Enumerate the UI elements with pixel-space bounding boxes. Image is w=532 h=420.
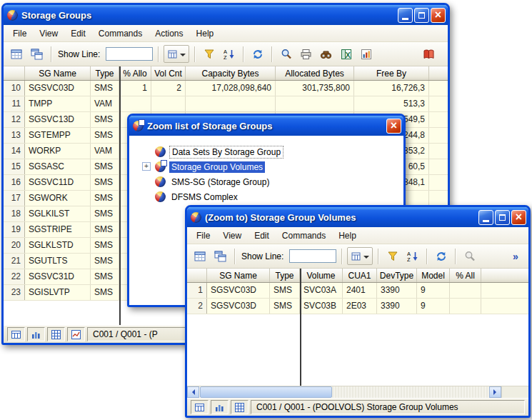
tree-item-label[interactable]: SMS-SG (Storage Group) (169, 176, 271, 188)
table-cell[interactable]: SMS (91, 81, 119, 96)
menu-edit[interactable]: Edit (248, 229, 276, 243)
table-cell[interactable]: 11 (4, 96, 25, 111)
table-cell[interactable]: SMS (91, 191, 119, 206)
column-header-sg-name[interactable]: SG Name (25, 66, 91, 80)
table-cell[interactable]: SGSVC11D (25, 175, 91, 190)
filter-icon[interactable] (383, 247, 401, 265)
table-cell[interactable]: 9 (417, 299, 450, 314)
column-header-allocated-bytes[interactable]: Allocated Bytes (276, 66, 354, 80)
table-cell[interactable]: 10 (4, 81, 25, 96)
horizontal-scrollbar[interactable] (187, 386, 528, 398)
display-options-button[interactable] (347, 247, 373, 265)
table-cell[interactable]: SGSVC13D (25, 112, 91, 127)
grid-view-icon[interactable] (8, 45, 26, 63)
column-header--all[interactable]: % All (450, 269, 481, 282)
tree-item[interactable]: Data Sets By Storage Group (141, 144, 401, 159)
menu-view[interactable]: View (33, 26, 64, 41)
tree-item-label[interactable]: Data Sets By Storage Group (169, 146, 283, 159)
column-header-rownum[interactable] (4, 66, 25, 80)
table-cell[interactable]: SGSASC (25, 159, 91, 174)
grid-view-icon[interactable] (191, 247, 209, 265)
table-cell[interactable]: 2401 (343, 283, 377, 298)
table-cell[interactable]: 3390 (377, 299, 417, 314)
table-cell[interactable]: SMS (91, 159, 119, 174)
table-cell[interactable]: 14 (4, 144, 25, 159)
table-cell[interactable]: 23 (4, 285, 25, 300)
table-cell[interactable]: 1 (187, 283, 207, 298)
table-cell[interactable]: SGWORK (25, 191, 91, 206)
table-cell[interactable]: 513,3 (354, 96, 429, 111)
table-cell[interactable]: 301,735,800 (276, 81, 354, 96)
close-button[interactable] (386, 119, 401, 134)
titlebar[interactable]: Storage Groups (4, 5, 448, 25)
sort-az-icon[interactable]: AZ (220, 45, 238, 63)
table-cell[interactable]: SMS (270, 283, 300, 298)
table-cell[interactable]: SMS (91, 254, 119, 269)
table-cell[interactable]: SVC03A (300, 283, 343, 298)
scroll-right-arrow-icon[interactable] (489, 386, 501, 398)
menu-commands[interactable]: Commands (276, 229, 332, 243)
toolbar-overflow-chevron-icon[interactable] (510, 251, 521, 262)
minimize-button[interactable] (478, 210, 493, 225)
table-cell[interactable]: 22 (4, 269, 25, 284)
column-header--allo[interactable]: % Allo (119, 66, 151, 80)
minimize-button[interactable] (398, 8, 413, 23)
menu-actions[interactable]: Actions (149, 26, 189, 41)
report-chart-icon[interactable] (357, 45, 375, 63)
column-header-cua1[interactable]: CUA1 (343, 269, 377, 282)
table-cell[interactable]: SMS (91, 128, 119, 143)
table-cell[interactable]: SGSVC03D (207, 283, 270, 298)
table-cell[interactable]: 2 (151, 81, 186, 96)
titlebar[interactable]: (Zoom to) Storage Group Volumes (187, 207, 528, 227)
mini-grid-icon[interactable] (231, 400, 249, 414)
zoom-icon[interactable] (461, 247, 478, 265)
table-cell[interactable]: 15 (4, 159, 25, 174)
expand-plus-icon[interactable] (142, 162, 151, 171)
table-cell[interactable]: SMS (91, 112, 119, 127)
table-cell[interactable]: VAM (91, 144, 119, 159)
table-cell[interactable]: 16 (4, 175, 25, 190)
table-row[interactable]: 1SGSVC03DSMSSVC03A240133909 (187, 283, 528, 299)
menu-commands[interactable]: Commands (92, 26, 149, 41)
table-cell[interactable] (186, 96, 276, 111)
table-cell[interactable]: 17,028,098,640 (186, 81, 276, 96)
tree-item-label[interactable]: DFSMS Complex (169, 191, 240, 203)
table-row[interactable]: 2SGSVC03DSMSSVC03B2E0333909 (187, 299, 528, 314)
find-icon[interactable] (317, 45, 335, 63)
filter-icon[interactable] (200, 45, 218, 63)
tree-item[interactable]: SMS-SG (Storage Group) (141, 174, 401, 189)
table-cell[interactable]: SGLKLSTD (25, 238, 91, 253)
table-cell[interactable]: SMS (91, 175, 119, 190)
mini-table-icon[interactable] (7, 327, 25, 341)
table-cell[interactable]: TMPP (25, 96, 91, 111)
table-cell[interactable]: SMS (91, 238, 119, 253)
zoom-icon[interactable] (277, 45, 295, 63)
table-cell[interactable]: VAM (91, 96, 119, 111)
menu-view[interactable]: View (216, 229, 248, 243)
table-cell[interactable]: 20 (4, 238, 25, 253)
table-cell[interactable]: 13 (4, 128, 25, 143)
table-cell[interactable]: SGUTLTS (25, 254, 91, 269)
copy-grid-icon[interactable] (28, 45, 46, 63)
mini-bar-chart-icon[interactable] (27, 327, 45, 341)
show-line-input[interactable] (289, 249, 336, 263)
table-cell[interactable]: 9 (417, 283, 450, 298)
table-cell[interactable]: SMS (91, 206, 119, 221)
mini-line-chart-icon[interactable] (67, 327, 85, 341)
table-cell[interactable]: SGTEMPP (25, 128, 91, 143)
table-cell[interactable] (276, 96, 354, 111)
table-cell[interactable]: SGLKILST (25, 206, 91, 221)
excel-export-icon[interactable]: X (337, 45, 355, 63)
column-header-capacity-bytes[interactable]: Capacity Bytes (186, 66, 276, 80)
maximize-button[interactable] (414, 8, 429, 23)
table-cell[interactable]: 3390 (377, 283, 417, 298)
freeze-divider[interactable] (300, 269, 301, 386)
column-header-sg-name[interactable]: SG Name (207, 269, 270, 282)
table-cell[interactable] (450, 299, 481, 314)
table-cell[interactable]: SGSVC03D (25, 81, 91, 96)
refresh-icon[interactable] (432, 247, 450, 265)
table-cell[interactable]: 18 (4, 206, 25, 221)
column-header-type[interactable]: Type (270, 269, 300, 282)
mini-table-icon[interactable] (191, 400, 209, 414)
menu-file[interactable]: File (6, 26, 33, 41)
